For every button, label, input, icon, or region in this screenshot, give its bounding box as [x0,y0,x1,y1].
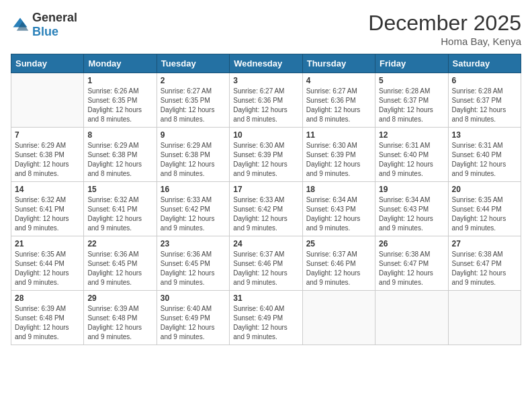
sunset-label: Sunset: 6:44 PM [452,205,502,213]
sunrise-label: Sunrise: 6:27 AM [306,87,357,95]
table-row [302,291,375,345]
sunset-label: Sunset: 6:46 PM [306,260,356,267]
daylight-label: Daylight: 12 hours and 9 minutes. [15,215,69,232]
day-info: Sunrise: 6:37 AMSunset: 6:46 PMDaylight:… [306,250,371,287]
table-row: 24Sunrise: 6:37 AMSunset: 6:46 PMDayligh… [230,236,302,291]
sunrise-label: Sunrise: 6:32 AM [87,196,138,203]
sunset-label: Sunset: 6:42 PM [161,205,210,213]
col-wednesday: Wednesday [230,54,302,73]
table-row: 3Sunrise: 6:27 AMSunset: 6:36 PMDaylight… [230,73,302,128]
sunset-label: Sunset: 6:40 PM [452,151,502,158]
daylight-label: Daylight: 12 hours and 8 minutes. [87,161,142,177]
day-number: 29 [87,293,152,303]
day-info: Sunrise: 6:27 AMSunset: 6:35 PMDaylight:… [161,87,226,124]
day-number: 2 [161,76,226,85]
table-row: 16Sunrise: 6:33 AMSunset: 6:42 PMDayligh… [157,182,229,236]
day-number: 31 [233,293,298,303]
day-number: 3 [233,76,298,85]
logo: General Blue [11,11,77,39]
sunset-label: Sunset: 6:47 PM [379,260,429,267]
daylight-label: Daylight: 12 hours and 9 minutes. [87,324,142,340]
sunrise-label: Sunrise: 6:40 AM [233,305,284,312]
day-number: 28 [15,293,80,303]
location-title: Homa Bay, Kenya [368,36,521,47]
table-row: 18Sunrise: 6:34 AMSunset: 6:43 PMDayligh… [302,182,375,236]
day-number: 18 [306,185,371,194]
sunset-label: Sunset: 6:44 PM [15,260,64,267]
daylight-label: Daylight: 12 hours and 9 minutes. [15,269,69,286]
sunset-label: Sunset: 6:48 PM [87,314,137,322]
daylight-label: Daylight: 12 hours and 9 minutes. [87,269,142,286]
sunrise-label: Sunrise: 6:37 AM [233,250,284,258]
day-number: 16 [161,185,226,194]
daylight-label: Daylight: 12 hours and 9 minutes. [15,324,69,340]
sunrise-label: Sunrise: 6:28 AM [452,87,503,95]
sunrise-label: Sunrise: 6:28 AM [379,87,430,95]
day-number: 8 [87,130,152,140]
day-number: 30 [161,293,226,303]
day-number: 11 [306,130,371,140]
sunset-label: Sunset: 6:49 PM [161,314,210,322]
day-number: 20 [452,185,517,194]
daylight-label: Daylight: 12 hours and 9 minutes. [87,215,142,232]
day-info: Sunrise: 6:33 AMSunset: 6:42 PMDaylight:… [161,195,226,233]
sunset-label: Sunset: 6:37 PM [452,97,502,104]
title-block: December 2025 Homa Bay, Kenya [368,11,521,47]
daylight-label: Daylight: 12 hours and 9 minutes. [233,269,287,286]
col-friday: Friday [375,54,448,73]
daylight-label: Daylight: 12 hours and 8 minutes. [15,161,69,177]
table-row: 15Sunrise: 6:32 AMSunset: 6:41 PMDayligh… [84,182,157,236]
sunset-label: Sunset: 6:38 PM [161,151,210,158]
table-row: 1Sunrise: 6:26 AMSunset: 6:35 PMDaylight… [84,73,157,128]
sunset-label: Sunset: 6:43 PM [379,205,429,213]
sunset-label: Sunset: 6:41 PM [15,205,64,213]
day-number: 7 [15,130,80,140]
day-info: Sunrise: 6:35 AMSunset: 6:44 PMDaylight:… [452,195,517,233]
sunset-label: Sunset: 6:39 PM [233,151,283,158]
logo-blue-text: Blue [32,25,58,38]
day-info: Sunrise: 6:34 AMSunset: 6:43 PMDaylight:… [306,195,371,233]
table-row: 7Sunrise: 6:29 AMSunset: 6:38 PMDaylight… [11,128,84,182]
table-row: 9Sunrise: 6:29 AMSunset: 6:38 PMDaylight… [157,128,229,182]
daylight-label: Daylight: 12 hours and 8 minutes. [306,106,361,123]
sunrise-label: Sunrise: 6:38 AM [379,250,430,258]
sunrise-label: Sunrise: 6:36 AM [87,250,138,258]
day-number: 26 [379,239,444,248]
sunset-label: Sunset: 6:38 PM [87,151,137,158]
sunset-label: Sunset: 6:43 PM [306,205,356,213]
table-row: 5Sunrise: 6:28 AMSunset: 6:37 PMDaylight… [375,73,448,128]
table-row: 30Sunrise: 6:40 AMSunset: 6:49 PMDayligh… [157,291,229,345]
daylight-label: Daylight: 12 hours and 9 minutes. [379,161,433,177]
day-number: 1 [87,76,152,85]
table-row: 28Sunrise: 6:39 AMSunset: 6:48 PMDayligh… [11,291,84,345]
day-number: 14 [15,185,80,194]
daylight-label: Daylight: 12 hours and 9 minutes. [233,161,287,177]
table-row: 22Sunrise: 6:36 AMSunset: 6:45 PMDayligh… [84,236,157,291]
col-monday: Monday [84,54,157,73]
month-title: December 2025 [368,11,521,36]
day-number: 13 [452,130,517,140]
day-info: Sunrise: 6:29 AMSunset: 6:38 PMDaylight:… [87,141,152,179]
table-row: 11Sunrise: 6:30 AMSunset: 6:39 PMDayligh… [302,128,375,182]
day-number: 17 [233,185,298,194]
day-info: Sunrise: 6:38 AMSunset: 6:47 PMDaylight:… [452,250,517,287]
daylight-label: Daylight: 12 hours and 9 minutes. [306,215,361,232]
daylight-label: Daylight: 12 hours and 8 minutes. [452,106,506,123]
day-info: Sunrise: 6:31 AMSunset: 6:40 PMDaylight:… [452,141,517,179]
day-info: Sunrise: 6:36 AMSunset: 6:45 PMDaylight:… [87,250,152,287]
day-number: 23 [161,239,226,248]
day-number: 21 [15,239,80,248]
sunrise-label: Sunrise: 6:33 AM [161,196,212,203]
day-info: Sunrise: 6:36 AMSunset: 6:45 PMDaylight:… [161,250,226,287]
sunset-label: Sunset: 6:39 PM [306,151,356,158]
day-info: Sunrise: 6:35 AMSunset: 6:44 PMDaylight:… [15,250,80,287]
day-info: Sunrise: 6:29 AMSunset: 6:38 PMDaylight:… [161,141,226,179]
table-row: 27Sunrise: 6:38 AMSunset: 6:47 PMDayligh… [448,236,521,291]
sunset-label: Sunset: 6:40 PM [379,151,429,158]
sunrise-label: Sunrise: 6:38 AM [452,250,503,258]
sunrise-label: Sunrise: 6:29 AM [161,142,212,149]
day-info: Sunrise: 6:32 AMSunset: 6:41 PMDaylight:… [15,195,80,233]
day-info: Sunrise: 6:27 AMSunset: 6:36 PMDaylight:… [233,87,298,124]
sunset-label: Sunset: 6:41 PM [87,205,137,213]
sunset-label: Sunset: 6:45 PM [161,260,210,267]
